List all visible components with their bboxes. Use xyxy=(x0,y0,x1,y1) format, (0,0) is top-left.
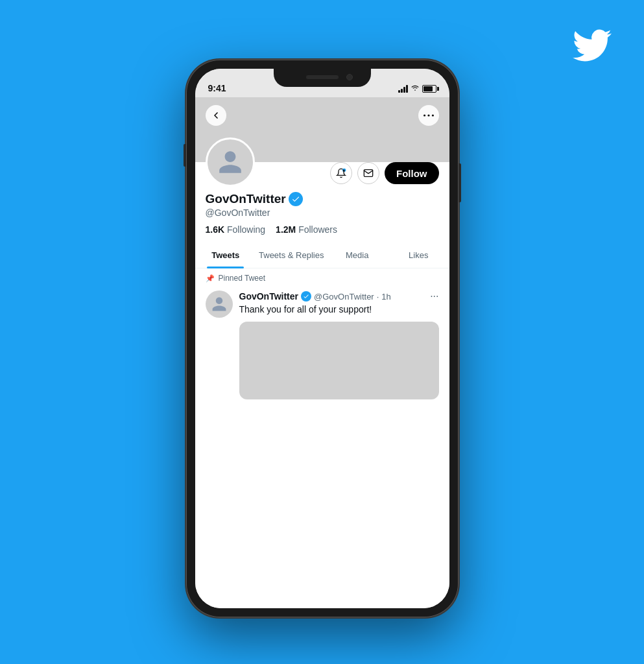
profile-name-row: GovOnTwitter xyxy=(206,192,439,206)
svg-point-1 xyxy=(427,114,429,116)
svg-point-2 xyxy=(431,114,433,116)
followers-stat: 1.2M Followers xyxy=(276,224,337,235)
stats-row: 1.6K Following 1.2M Followers xyxy=(206,224,439,235)
phone-screen: 9:41 xyxy=(195,69,449,608)
action-buttons: + Follow xyxy=(330,162,439,184)
tweet-avatar xyxy=(206,290,233,318)
tab-tweets[interactable]: Tweets xyxy=(195,243,257,268)
pinned-label: 📌 Pinned Tweet xyxy=(195,268,449,285)
pin-icon: 📌 xyxy=(206,274,215,283)
profile-info: + Follow xyxy=(195,137,449,235)
svg-text:+: + xyxy=(343,169,344,172)
tab-tweets-replies[interactable]: Tweets & Replies xyxy=(256,243,326,268)
app-content: + Follow xyxy=(195,97,449,608)
tweet-image-placeholder xyxy=(239,322,439,399)
profile-handle: @GovOnTwitter xyxy=(206,208,439,218)
profile-tabs: Tweets Tweets & Replies Media Likes xyxy=(195,243,449,268)
notch-speaker xyxy=(306,75,339,79)
follow-button[interactable]: Follow xyxy=(385,162,439,184)
nav-bar xyxy=(195,97,449,134)
following-stat: 1.6K Following xyxy=(206,224,266,235)
tweet-dot-separator: · xyxy=(377,292,379,302)
tweet-time: 1h xyxy=(381,292,390,302)
notifications-button[interactable]: + xyxy=(330,162,352,184)
phone-frame: 9:41 xyxy=(186,60,459,617)
tweet-body: GovOnTwitter @GovOnTwitter · 1h ··· xyxy=(239,290,439,399)
notch-camera xyxy=(346,74,353,80)
tweet-meta: GovOnTwitter @GovOnTwitter · 1h ··· xyxy=(239,290,439,302)
status-icons xyxy=(398,84,436,93)
tweet-text: Thank you for all of your support! xyxy=(239,303,439,316)
tweet-author-name: GovOnTwitter xyxy=(239,291,299,302)
phone-notch xyxy=(274,69,371,87)
twitter-logo xyxy=(573,26,612,65)
avatar xyxy=(206,137,255,187)
tab-likes[interactable]: Likes xyxy=(388,243,449,268)
tweet-section: 📌 Pinned Tweet GovOnTwitter xyxy=(195,268,449,405)
avatar-row: + Follow xyxy=(206,137,439,187)
tweet-more-button[interactable]: ··· xyxy=(430,290,438,302)
tweet-author-handle: @GovOnTwitter xyxy=(314,292,374,302)
verified-badge xyxy=(289,192,303,206)
phone-mockup: 9:41 xyxy=(186,60,459,617)
battery-icon xyxy=(422,85,436,93)
wifi-icon xyxy=(411,84,420,93)
status-time: 9:41 xyxy=(208,83,226,93)
message-button[interactable] xyxy=(357,162,379,184)
profile-header: + Follow xyxy=(195,97,449,268)
profile-name: GovOnTwitter xyxy=(206,192,286,206)
svg-point-0 xyxy=(423,114,425,116)
tab-media[interactable]: Media xyxy=(326,243,388,268)
signal-icon xyxy=(398,85,408,93)
back-button[interactable] xyxy=(206,105,226,126)
more-options-button[interactable] xyxy=(418,105,439,126)
tweet-verified-badge xyxy=(301,291,311,302)
tweet-item: GovOnTwitter @GovOnTwitter · 1h ··· xyxy=(195,285,449,405)
